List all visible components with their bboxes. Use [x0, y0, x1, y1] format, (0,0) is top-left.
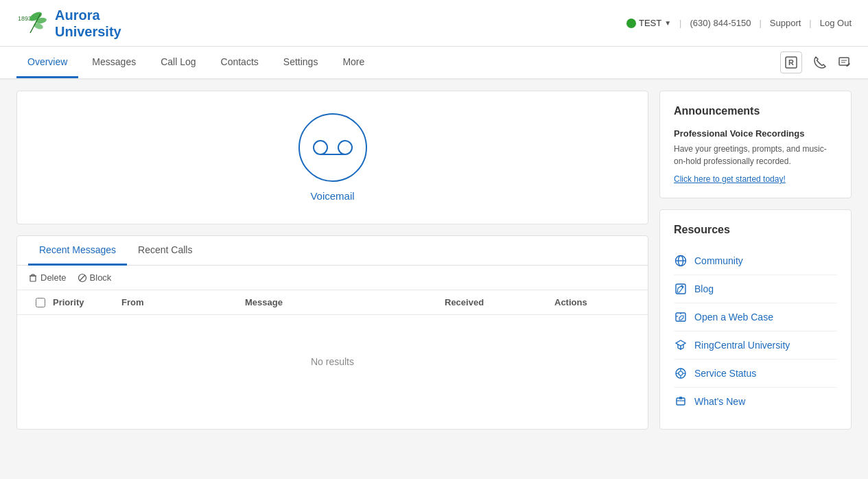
messages-tabs: Recent Messages Recent Calls	[17, 236, 648, 266]
block-label: Block	[90, 272, 112, 283]
col-message: Message	[245, 297, 445, 307]
separator-2: |	[759, 18, 761, 28]
svg-rect-7	[839, 58, 849, 65]
chevron-down-icon: ▼	[664, 19, 671, 27]
rcuniversity-icon	[674, 338, 688, 352]
resource-servicestatus[interactable]: Service Status	[674, 360, 837, 388]
webcase-link[interactable]: Open a Web Case	[694, 312, 773, 323]
svg-point-31	[679, 371, 683, 375]
messages-card: Recent Messages Recent Calls Delete	[16, 235, 648, 430]
announcement-link[interactable]: Click here to get started today!	[674, 174, 786, 184]
resources-title: Resources	[674, 224, 837, 236]
svg-text:R: R	[788, 58, 794, 67]
svg-line-19	[80, 275, 85, 281]
blog-icon	[674, 282, 688, 296]
announcement-item-text: Have your greetings, prompts, and music-…	[674, 143, 837, 167]
voicemail-button[interactable]: Voicemail	[298, 113, 367, 202]
resource-whatsnew[interactable]: What's New	[674, 388, 837, 415]
main-content: Voicemail Recent Messages Recent Calls	[0, 80, 868, 441]
servicestatus-link[interactable]: Service Status	[694, 368, 756, 379]
community-icon	[674, 254, 688, 268]
nav-items: Overview Messages Call Log Contacts Sett…	[16, 47, 375, 78]
select-all-checkbox-area[interactable]	[28, 297, 53, 307]
announcements-title: Announcements	[674, 105, 837, 117]
header: 1893 Aurora University TEST ▼ | (630) 84…	[0, 0, 868, 47]
right-panel: Announcements Professional Voice Recordi…	[659, 91, 852, 430]
resource-community[interactable]: Community	[674, 247, 837, 275]
resource-blog[interactable]: Blog	[674, 275, 837, 303]
test-label: TEST	[639, 18, 661, 28]
whatsnew-link[interactable]: What's New	[694, 396, 745, 407]
servicestatus-icon	[674, 366, 688, 380]
separator-1: |	[679, 18, 681, 28]
col-from: From	[121, 297, 245, 307]
left-panel: Voicemail Recent Messages Recent Calls	[16, 91, 648, 430]
svg-rect-36	[677, 398, 685, 405]
compose-icon	[838, 56, 852, 69]
webcase-icon	[674, 310, 688, 324]
nav-item-contacts[interactable]: Contacts	[210, 47, 270, 78]
resource-webcase[interactable]: Open a Web Case	[674, 303, 837, 331]
nav-item-overview[interactable]: Overview	[16, 47, 78, 78]
svg-rect-38	[679, 397, 681, 399]
phone-number: (630) 844-5150	[690, 18, 751, 28]
nav-item-settings[interactable]: Settings	[272, 47, 329, 78]
no-results: No results	[17, 315, 648, 408]
svg-rect-39	[681, 397, 682, 399]
col-actions: Actions	[554, 297, 637, 307]
select-all-checkbox[interactable]	[36, 298, 45, 307]
phone-nav-icon[interactable]	[813, 56, 827, 69]
compose-nav-icon[interactable]	[838, 56, 852, 69]
tab-recent-messages[interactable]: Recent Messages	[28, 236, 127, 266]
voicemail-card: Voicemail	[16, 91, 648, 224]
voicemail-label: Voicemail	[310, 190, 354, 202]
messages-toolbar: Delete Block	[17, 266, 648, 290]
header-right: TEST ▼ | (630) 844-5150 | Support | Log …	[626, 18, 852, 28]
voicemail-svg-icon	[312, 137, 353, 158]
svg-point-11	[338, 141, 352, 154]
resource-rcuniversity[interactable]: RingCentral University	[674, 331, 837, 360]
rcuniversity-link[interactable]: RingCentral University	[694, 340, 790, 351]
whatsnew-icon	[674, 395, 688, 408]
nav-item-calllog[interactable]: Call Log	[150, 47, 207, 78]
svg-marker-28	[676, 340, 685, 346]
col-received: Received	[445, 297, 554, 307]
svg-point-10	[314, 141, 327, 154]
table-header: Priority From Message Received Actions	[17, 290, 648, 315]
nav-right-icons: R	[780, 51, 852, 73]
announcements-card: Announcements Professional Voice Recordi…	[659, 91, 852, 198]
resources-card: Resources Community	[659, 209, 852, 430]
logo-area: 1893 Aurora University	[16, 7, 121, 40]
support-link[interactable]: Support	[770, 18, 801, 28]
logout-link[interactable]: Log Out	[820, 18, 852, 28]
delete-label: Delete	[40, 272, 67, 283]
svg-rect-13	[30, 276, 36, 281]
announcement-item-title: Professional Voice Recordings	[674, 128, 837, 139]
phone-icon	[813, 56, 827, 69]
voicemail-circle-icon	[298, 113, 367, 182]
aurora-logo-icon: 1893	[16, 7, 49, 40]
block-button[interactable]: Block	[78, 272, 112, 283]
community-link[interactable]: Community	[694, 255, 743, 266]
main-nav: Overview Messages Call Log Contacts Sett…	[0, 47, 868, 80]
svg-text:1893: 1893	[18, 15, 32, 22]
col-priority: Priority	[53, 297, 121, 307]
test-status[interactable]: TEST ▼	[626, 18, 671, 28]
delete-button[interactable]: Delete	[28, 272, 67, 283]
r-icon: R	[785, 56, 797, 69]
ringcentral-icon-btn[interactable]: R	[780, 51, 802, 73]
nav-item-more[interactable]: More	[331, 47, 375, 78]
logo-text: Aurora University	[55, 7, 121, 40]
logo-aurora: Aurora	[55, 7, 121, 23]
tab-recent-calls[interactable]: Recent Calls	[127, 236, 203, 266]
blog-link[interactable]: Blog	[694, 283, 714, 294]
block-icon	[78, 273, 87, 283]
status-dot-icon	[626, 19, 636, 28]
trash-icon	[28, 273, 38, 283]
logo-university: University	[55, 23, 121, 40]
separator-3: |	[809, 18, 811, 28]
nav-item-messages[interactable]: Messages	[81, 47, 147, 78]
